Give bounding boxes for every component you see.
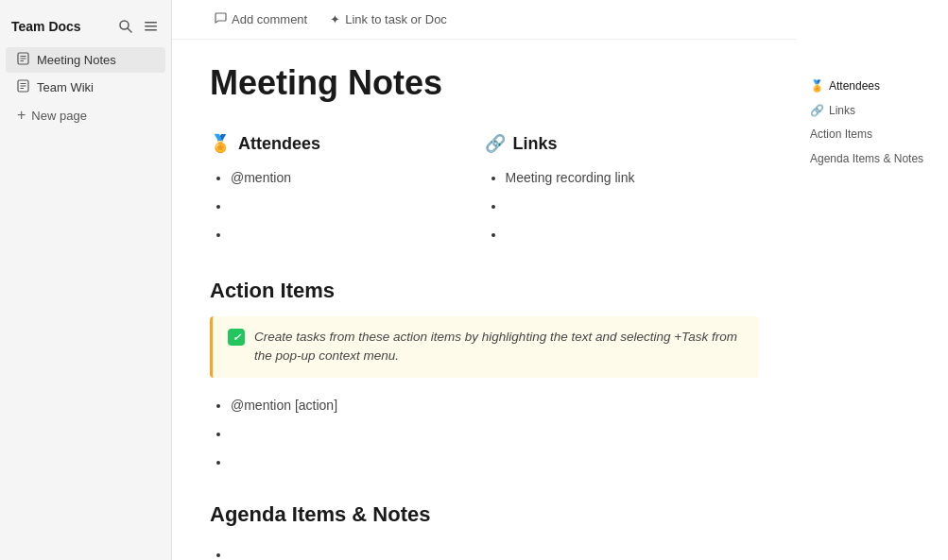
attendees-icon: 🏅 <box>210 133 231 154</box>
page-content: Meeting Notes 🏅 Attendees @mention 🔗 Lin… <box>172 40 797 560</box>
sidebar-item-meeting-notes[interactable]: Meeting Notes <box>6 47 165 73</box>
links-column: 🔗 Links Meeting recording link <box>485 133 760 248</box>
toc-agenda-label: Agenda Items & Notes <box>810 152 923 167</box>
new-page-label: New page <box>31 109 87 123</box>
page-title: Meeting Notes <box>210 62 759 103</box>
toc-item-links[interactable]: 🔗 Links <box>804 100 933 123</box>
add-comment-button[interactable]: Add comment <box>210 9 311 29</box>
svg-line-1 <box>128 28 131 32</box>
toc-attendees-icon: 🏅 <box>810 79 824 94</box>
collapse-sidebar-button[interactable] <box>142 17 160 35</box>
toc-attendees-label: Attendees <box>829 79 880 94</box>
sidebar-item-team-wiki[interactable]: Team Wiki <box>6 75 165 100</box>
attendees-heading: 🏅 Attendees <box>210 133 466 154</box>
document-icon <box>17 52 29 68</box>
callout-text: Create tasks from these action items by … <box>254 328 744 366</box>
action-items-heading: Action Items <box>210 279 759 303</box>
attendee-item-1: @mention <box>231 170 291 185</box>
toc-links-icon: 🔗 <box>810 104 824 119</box>
sidebar-icon-group <box>116 17 160 35</box>
toc-item-action-items[interactable]: Action Items <box>804 124 933 146</box>
svg-rect-4 <box>145 29 157 31</box>
sidebar: Team Docs <box>0 0 172 560</box>
search-button[interactable] <box>116 17 134 35</box>
sidebar-header: Team Docs <box>0 11 171 46</box>
attendees-list: @mention <box>210 163 466 248</box>
svg-rect-3 <box>145 25 157 27</box>
list-item <box>231 220 466 248</box>
action-items-section: Action Items Create tasks from these act… <box>210 279 759 476</box>
links-heading: 🔗 Links <box>485 133 741 154</box>
table-of-contents: 🏅 Attendees 🔗 Links Action Items Agenda … <box>797 0 948 560</box>
plus-icon: + <box>17 107 26 124</box>
list-item <box>506 192 741 220</box>
new-page-button[interactable]: + New page <box>6 102 165 128</box>
link-item-1: Meeting recording link <box>506 170 635 185</box>
add-comment-label: Add comment <box>232 12 307 26</box>
attendees-heading-text: Attendees <box>238 134 320 154</box>
callout-box: Create tasks from these action items by … <box>210 316 759 378</box>
comment-icon <box>214 11 227 27</box>
sidebar-item-label-2: Team Wiki <box>37 80 94 94</box>
list-item <box>231 540 759 560</box>
callout-checkbox-icon <box>228 329 245 346</box>
list-item <box>231 419 759 448</box>
svg-rect-2 <box>145 22 157 24</box>
action-item-1: @mention [action] <box>231 398 337 413</box>
link-to-task-button[interactable]: ✦ Link to task or Doc <box>326 10 451 28</box>
list-item: @mention <box>231 163 466 192</box>
list-item <box>506 220 741 248</box>
action-items-list: @mention [action] <box>210 391 759 476</box>
agenda-heading: Agenda Items & Notes <box>210 502 759 527</box>
list-item <box>231 192 466 220</box>
document-icon-2 <box>17 79 29 95</box>
toc-action-label: Action Items <box>810 127 872 143</box>
toc-item-agenda[interactable]: Agenda Items & Notes <box>804 148 933 171</box>
sidebar-title: Team Docs <box>11 19 81 34</box>
two-column-section: 🏅 Attendees @mention 🔗 Links Meeting rec… <box>210 133 759 248</box>
sidebar-item-label: Meeting Notes <box>37 53 116 67</box>
main-content: Add comment ✦ Link to task or Doc Meetin… <box>172 0 797 560</box>
toolbar: Add comment ✦ Link to task or Doc <box>172 0 797 40</box>
list-item: @mention [action] <box>231 391 759 419</box>
agenda-list <box>210 540 759 560</box>
links-heading-text: Links <box>513 134 558 154</box>
toc-item-attendees[interactable]: 🏅 Attendees <box>804 76 933 98</box>
list-item <box>231 448 759 476</box>
links-list: Meeting recording link <box>485 163 741 248</box>
toc-links-label: Links <box>829 104 855 119</box>
link-label: Link to task or Doc <box>345 12 447 26</box>
agenda-section: Agenda Items & Notes <box>210 502 759 560</box>
attendees-column: 🏅 Attendees @mention <box>210 133 485 248</box>
link-icon: ✦ <box>330 12 340 26</box>
list-item: Meeting recording link <box>506 163 741 192</box>
links-icon: 🔗 <box>485 133 506 154</box>
